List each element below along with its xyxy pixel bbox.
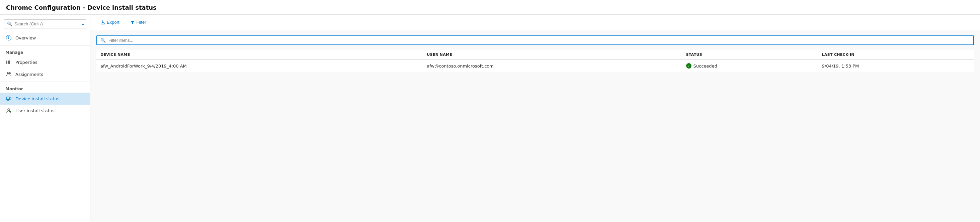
export-icon bbox=[100, 20, 105, 25]
svg-point-12 bbox=[8, 109, 10, 111]
sidebar-item-device-install-status[interactable]: Device install status bbox=[0, 93, 90, 105]
sidebar-item-properties-label: Properties bbox=[15, 60, 38, 65]
svg-point-7 bbox=[9, 72, 11, 74]
filter-bar: 🔍 bbox=[96, 35, 974, 45]
sidebar-item-user-install-status[interactable]: User install status bbox=[0, 105, 90, 117]
filter-input[interactable] bbox=[108, 38, 970, 43]
col-user-name: USER NAME bbox=[423, 50, 682, 60]
filter-label: Filter bbox=[137, 20, 146, 25]
search-icon: 🔍 bbox=[7, 21, 13, 26]
page-title: Chrome Configuration - Device install st… bbox=[0, 0, 980, 15]
filter-icon bbox=[130, 20, 135, 25]
svg-point-6 bbox=[7, 72, 9, 74]
col-last-checkin: LAST CHECK-IN bbox=[818, 50, 974, 60]
collapse-button[interactable]: « bbox=[80, 21, 86, 27]
toolbar: Export Filter bbox=[91, 15, 980, 30]
cell-last-checkin: 9/04/19, 1:53 PM bbox=[818, 60, 974, 72]
cell-status: ✓ Succeeded bbox=[682, 60, 818, 72]
succeeded-icon: ✓ bbox=[686, 63, 692, 68]
cell-device-name: afw_AndroidForWork_9/4/2019_4:00 AM bbox=[96, 60, 423, 72]
table-row: afw_AndroidForWork_9/4/2019_4:00 AM afw@… bbox=[96, 60, 974, 72]
sidebar-item-overview-label: Overview bbox=[15, 35, 36, 40]
user-icon bbox=[5, 107, 12, 114]
sidebar-item-device-install-status-label: Device install status bbox=[15, 96, 60, 101]
properties-icon bbox=[5, 59, 12, 65]
sidebar-divider-1 bbox=[0, 45, 90, 46]
filter-bar-icon: 🔍 bbox=[100, 38, 106, 43]
col-status: STATUS bbox=[682, 50, 818, 60]
svg-rect-3 bbox=[6, 60, 7, 64]
svg-rect-4 bbox=[8, 60, 9, 64]
manage-section-label: Manage bbox=[0, 47, 90, 56]
svg-rect-5 bbox=[9, 60, 10, 64]
content-area: Export Filter 🔍 bbox=[91, 15, 980, 222]
assignments-icon bbox=[5, 71, 12, 78]
svg-rect-9 bbox=[10, 98, 11, 99]
device-icon bbox=[5, 95, 12, 102]
export-button[interactable]: Export bbox=[96, 18, 124, 26]
table-header-row: DEVICE NAME USER NAME STATUS LAST CHECK-… bbox=[96, 50, 974, 60]
sidebar-item-overview[interactable]: Overview bbox=[0, 32, 90, 44]
sidebar-item-properties[interactable]: Properties bbox=[0, 56, 90, 68]
sidebar-item-assignments[interactable]: Assignments bbox=[0, 68, 90, 80]
svg-rect-1 bbox=[8, 38, 9, 39]
monitor-section-label: Monitor bbox=[0, 83, 90, 93]
col-device-name: DEVICE NAME bbox=[96, 50, 423, 60]
export-label: Export bbox=[107, 20, 119, 25]
sidebar-item-user-install-status-label: User install status bbox=[15, 108, 54, 113]
sidebar-item-assignments-label: Assignments bbox=[15, 72, 43, 77]
filter-button[interactable]: Filter bbox=[126, 18, 150, 26]
data-table: DEVICE NAME USER NAME STATUS LAST CHECK-… bbox=[96, 50, 974, 72]
cell-user-name: afw@contoso.onmicrosoft.com bbox=[423, 60, 682, 72]
data-panel: 🔍 DEVICE NAME USER NAME STATUS LAST CHEC… bbox=[91, 30, 980, 222]
status-label: Succeeded bbox=[694, 63, 717, 68]
sidebar: 🔍 « Overview Manage bbox=[0, 15, 91, 222]
svg-rect-2 bbox=[8, 36, 9, 37]
info-icon bbox=[5, 35, 12, 41]
search-input[interactable] bbox=[14, 21, 83, 26]
sidebar-search-container: 🔍 « bbox=[4, 19, 86, 29]
status-succeeded: ✓ Succeeded bbox=[686, 63, 814, 68]
